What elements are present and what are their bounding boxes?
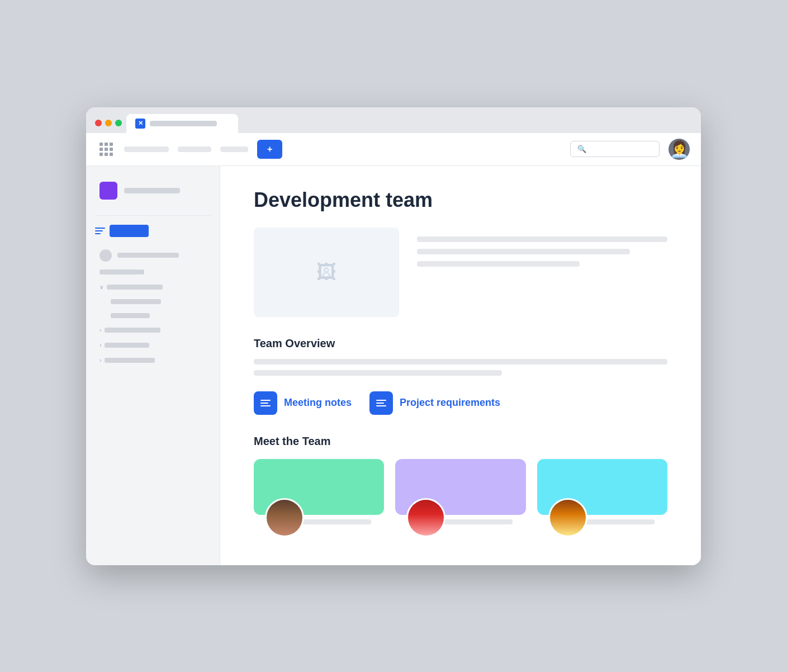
doc-lines-icon	[260, 400, 271, 406]
hero-line-3	[417, 261, 580, 267]
doc-lines-icon-2	[376, 400, 386, 406]
team-member-avatar-1	[265, 498, 304, 537]
sidebar-space-header[interactable]	[95, 177, 211, 204]
avatar-face: 👩‍💼	[669, 139, 690, 160]
sidebar-line-1	[99, 269, 144, 275]
team-card-3[interactable]	[537, 459, 667, 543]
search-box[interactable]: 🔍	[570, 141, 660, 157]
minimize-button[interactable]	[105, 120, 112, 126]
space-title	[124, 188, 180, 193]
sidebar-tree-item-1[interactable]: ∨	[95, 281, 211, 293]
sidebar-tree-item-2[interactable]	[106, 296, 211, 307]
tree-label-5	[105, 343, 149, 348]
main-layout: ∨ › › ›	[86, 166, 701, 565]
team-card-2[interactable]	[395, 459, 525, 543]
sidebar-divider	[95, 215, 211, 216]
image-placeholder-icon: 🖼	[316, 261, 336, 284]
hero-image: 🖼	[254, 228, 399, 317]
sidebar-tree-item-6[interactable]: ›	[95, 354, 211, 366]
toolbar: + 🔍 👩‍💼	[86, 133, 701, 166]
meeting-notes-icon	[254, 391, 277, 415]
team-cards	[254, 459, 667, 543]
hero-section: 🖼	[254, 228, 667, 317]
sidebar: ∨ › › ›	[86, 166, 220, 565]
nav-item-1[interactable]	[124, 146, 169, 152]
overview-line-2	[254, 370, 502, 376]
chevron-down-icon: ∨	[99, 284, 103, 290]
tab-title	[150, 121, 217, 126]
sidebar-nav-section	[95, 225, 211, 237]
chevron-right-icon-1: ›	[99, 327, 101, 333]
browser-tab[interactable]: ✕	[126, 114, 238, 133]
space-icon	[99, 182, 117, 200]
hero-line-2	[417, 249, 630, 254]
team-overview-title: Team Overview	[254, 337, 667, 350]
browser-window: ✕ + 🔍 👩‍💼	[86, 107, 701, 565]
meeting-notes-card[interactable]: Meeting notes	[254, 391, 352, 415]
search-icon: 🔍	[577, 145, 586, 153]
page-title: Development team	[254, 188, 667, 212]
hero-text-block	[417, 228, 667, 267]
user-avatar[interactable]: 👩‍💼	[669, 139, 690, 160]
chevron-right-icon-2: ›	[99, 342, 101, 348]
sidebar-user-item[interactable]	[95, 246, 211, 265]
tree-label-2	[111, 299, 161, 304]
team-member-avatar-2	[406, 498, 445, 537]
nav-item-3[interactable]	[220, 146, 248, 152]
user-dot	[99, 249, 112, 262]
close-button[interactable]	[95, 120, 102, 126]
grid-icon[interactable]	[97, 140, 115, 158]
sidebar-tree-item-5[interactable]: ›	[95, 339, 211, 351]
sidebar-menu-icon	[95, 228, 105, 234]
main-content: Development team 🖼 Team Overview	[220, 166, 701, 565]
tree-label-3	[111, 313, 150, 318]
chevron-right-icon-3: ›	[99, 357, 101, 363]
nav-item-2[interactable]	[178, 146, 211, 152]
project-requirements-icon	[369, 391, 393, 415]
sidebar-tree-item-3[interactable]	[106, 310, 211, 321]
overview-line-1	[254, 359, 667, 365]
team-card-1[interactable]	[254, 459, 384, 543]
project-requirements-label[interactable]: Project requirements	[400, 397, 500, 409]
project-requirements-card[interactable]: Project requirements	[369, 391, 500, 415]
tree-label-1	[107, 285, 163, 290]
maximize-button[interactable]	[115, 120, 122, 126]
tree-label-4	[105, 328, 160, 333]
tree-label-6	[105, 358, 155, 363]
link-cards-section: Meeting notes Project requirements	[254, 391, 667, 415]
traffic-lights	[95, 120, 122, 133]
sidebar-tree-item-4[interactable]: ›	[95, 324, 211, 336]
sidebar-active-item[interactable]	[110, 225, 149, 237]
team-member-avatar-3	[548, 498, 587, 537]
browser-chrome: ✕	[86, 107, 701, 133]
tab-favicon: ✕	[135, 119, 145, 129]
meet-team-title: Meet the Team	[254, 435, 667, 448]
meeting-notes-label[interactable]: Meeting notes	[284, 397, 352, 409]
hero-line-1	[417, 236, 667, 242]
sidebar-nav-header	[95, 225, 211, 237]
user-name-line	[117, 253, 179, 258]
team-overview-text	[254, 359, 667, 376]
add-button[interactable]: +	[257, 140, 282, 159]
